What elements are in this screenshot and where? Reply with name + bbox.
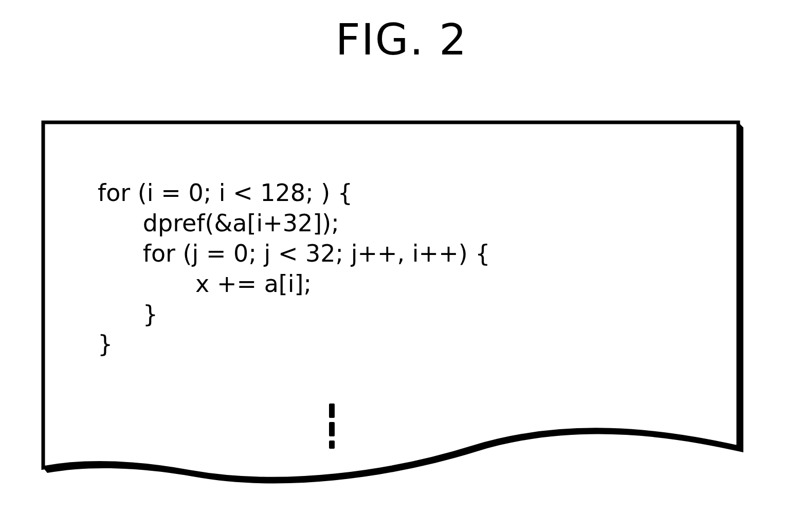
code-block: for (i = 0; i < 128; ) { dpref(&a[i+32])… <box>98 178 490 359</box>
code-line-2: dpref(&a[i+32]); <box>98 209 339 237</box>
code-line-6: } <box>98 330 113 358</box>
code-line-3: for (j = 0; j < 32; j++, i++) { <box>98 240 490 267</box>
vertical-ellipsis-icon <box>324 403 339 453</box>
code-line-4: x += a[i]; <box>98 270 312 298</box>
code-line-5: } <box>98 300 158 328</box>
code-frame: for (i = 0; i < 128; ) { dpref(&a[i+32])… <box>36 118 745 488</box>
figure-canvas: FIG. 2 for (i = 0; i < 128; ) { dpref(&a… <box>0 0 803 532</box>
code-line-1: for (i = 0; i < 128; ) { <box>98 179 353 207</box>
figure-title: FIG. 2 <box>0 14 803 65</box>
